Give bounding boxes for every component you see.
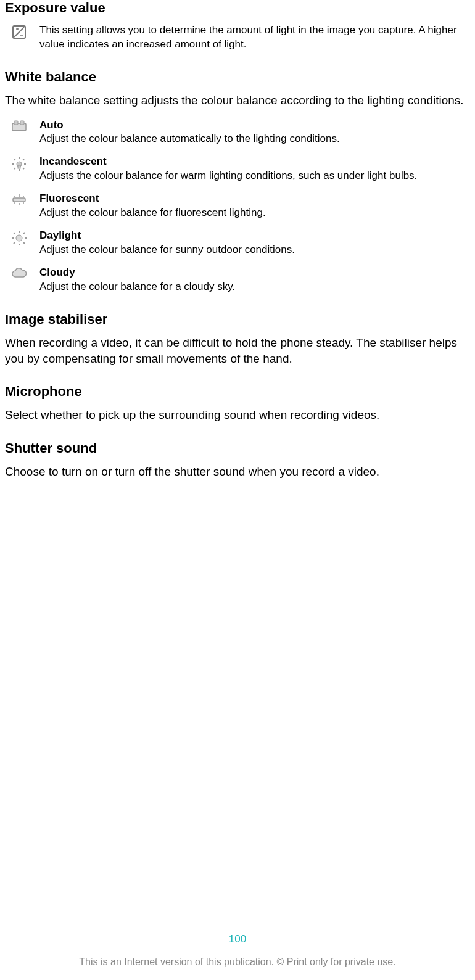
wb-auto-icon bbox=[10, 120, 28, 133]
white-balance-section: White balance The white balance setting … bbox=[5, 69, 470, 294]
svg-rect-5 bbox=[18, 165, 20, 168]
shutter-sound-section: Shutter sound Choose to turn on or turn … bbox=[5, 440, 470, 480]
wb-incandescent-label: Incandescent bbox=[39, 155, 470, 169]
shutter-sound-title: Shutter sound bbox=[5, 440, 470, 456]
microphone-desc: Select whether to pick up the surroundin… bbox=[5, 407, 470, 423]
wb-cloudy-label: Cloudy bbox=[39, 266, 470, 280]
wb-incandescent-desc: Adjusts the colour balance for warm ligh… bbox=[39, 169, 470, 183]
image-stabiliser-section: Image stabiliser When recording a video,… bbox=[5, 311, 470, 366]
exposure-value-row: This setting allows you to determine the… bbox=[10, 23, 470, 52]
wb-auto-desc: Adjust the colour balance automatically … bbox=[39, 132, 470, 146]
exposure-value-title: Exposure value bbox=[5, 0, 470, 16]
image-stabiliser-desc: When recording a video, it can be diffic… bbox=[5, 335, 470, 366]
footer-note: This is an Internet version of this publ… bbox=[0, 957, 475, 968]
wb-cloudy-icon bbox=[10, 267, 28, 279]
wb-daylight-desc: Adjust the colour balance for sunny outd… bbox=[39, 243, 470, 257]
wb-fluorescent-row: Fluorescent Adjust the colour balance fo… bbox=[10, 192, 470, 220]
wb-fluorescent-desc: Adjust the colour balance for fluorescen… bbox=[39, 206, 470, 220]
image-stabiliser-title: Image stabiliser bbox=[5, 311, 470, 327]
microphone-title: Microphone bbox=[5, 384, 470, 400]
wb-cloudy-desc: Adjust the colour balance for a cloudy s… bbox=[39, 280, 470, 294]
wb-auto-label: Auto bbox=[39, 118, 470, 133]
svg-point-7 bbox=[16, 235, 22, 241]
wb-fluorescent-label: Fluorescent bbox=[39, 192, 470, 206]
white-balance-title: White balance bbox=[5, 69, 470, 85]
page-number: 100 bbox=[0, 933, 475, 945]
wb-daylight-row: Daylight Adjust the colour balance for s… bbox=[10, 229, 470, 257]
wb-daylight-label: Daylight bbox=[39, 229, 470, 243]
wb-daylight-icon bbox=[10, 230, 28, 246]
wb-auto-row: Auto Adjust the colour balance automatic… bbox=[10, 118, 470, 147]
shutter-sound-desc: Choose to turn on or turn off the shutte… bbox=[5, 464, 470, 480]
wb-fluorescent-icon bbox=[10, 193, 28, 207]
wb-incandescent-row: Incandescent Adjusts the colour balance … bbox=[10, 155, 470, 183]
svg-rect-6 bbox=[13, 198, 25, 202]
exposure-value-desc: This setting allows you to determine the… bbox=[39, 23, 470, 52]
white-balance-intro: The white balance setting adjusts the co… bbox=[5, 93, 470, 109]
page-footer: 100 This is an Internet version of this … bbox=[0, 933, 475, 968]
microphone-section: Microphone Select whether to pick up the… bbox=[5, 384, 470, 423]
svg-rect-3 bbox=[20, 121, 24, 125]
wb-cloudy-row: Cloudy Adjust the colour balance for a c… bbox=[10, 266, 470, 294]
wb-incandescent-icon bbox=[10, 156, 28, 172]
svg-rect-2 bbox=[14, 121, 18, 125]
exposure-value-icon bbox=[10, 25, 28, 39]
